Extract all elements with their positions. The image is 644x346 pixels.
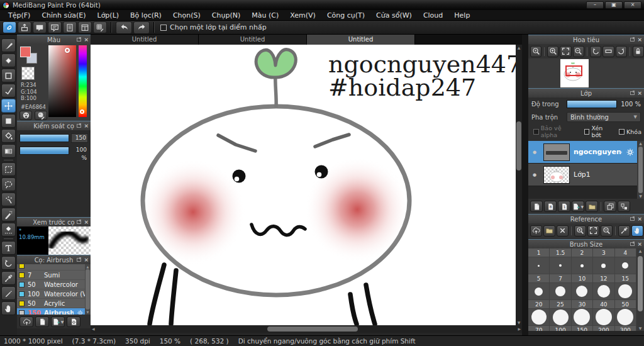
scroll-down-icon[interactable]: ▼ [637,194,644,198]
hue-marker-icon[interactable] [80,109,84,114]
layer-pick-checkbox[interactable] [160,25,167,31]
brush-item-watercolor[interactable]: 50Watercolor [17,280,85,289]
close-icon[interactable]: × [84,220,89,225]
undo-button[interactable] [116,21,132,34]
brush-item-acrylic[interactable]: 50Acrylic [17,299,85,308]
menu-item-tệp[interactable]: Tệp(F) [3,10,36,21]
scrollbar-thumb[interactable] [267,326,358,332]
eyedropper-tool[interactable] [1,271,16,285]
brush-size-label-40[interactable]: 40 [593,300,614,309]
brush-size-option-4[interactable] [615,257,636,274]
scroll-down-icon[interactable]: ▼ [516,320,522,325]
eyedropper-button[interactable] [618,225,630,237]
menu-item-xem[interactable]: Xem(V) [284,10,321,21]
brush-size-label-70[interactable]: 70 [528,326,550,331]
upload-image-button[interactable] [530,225,542,237]
close-icon[interactable]: × [637,216,642,222]
layer-settings-gear[interactable] [626,148,635,157]
select-pen-tool[interactable] [1,208,16,221]
canvas[interactable]: ngocnguyen447 #hoidap247 [91,45,516,325]
layer-visibility-toggle[interactable]: ● [530,150,540,155]
hand-tool[interactable] [1,301,16,315]
scroll-left-icon[interactable]: ◀ [92,326,95,331]
popout-icon[interactable] [77,124,81,128]
brush-size-label-1[interactable]: 1 [528,248,550,257]
close-icon[interactable]: × [84,257,89,263]
brush-size-option-1.5[interactable] [550,257,571,274]
brush-size-label-10[interactable]: 10 [572,274,593,283]
new-8bit-layer-button[interactable]: 8 [544,201,557,212]
brush-size-label-1.5[interactable]: 1.5 [550,248,571,257]
new-1bit-layer-button[interactable]: 1 [558,201,570,212]
menu-item-côngcụ[interactable]: Công cụ(T) [321,10,370,21]
brush-size-option-1[interactable] [528,257,550,274]
text-tool[interactable] [1,241,16,255]
brush-item-watercolor-v[interactable]: 100Watercolor (V [17,289,85,299]
rotate-left-button[interactable] [590,46,601,57]
medibang-home-button[interactable] [3,21,16,33]
import-brush-button[interactable]: ▼ [51,316,65,327]
brush-item-sumi[interactable]: 7Sumi [17,271,85,280]
scroll-up-icon[interactable]: ▲ [639,141,642,145]
navigator-header[interactable]: Hoa tiêu × [528,35,644,44]
brush-size-label-20[interactable]: 20 [528,300,550,309]
brush-size-label-300[interactable]: 300 [615,326,636,331]
layer-row-l-p1[interactable]: ●Lớp1 [528,164,637,186]
clear-image-button[interactable] [557,225,569,237]
add-layer-menu-button[interactable]: ▼ [572,201,584,212]
reset-rotation-button[interactable] [602,46,614,57]
scroll-down-icon[interactable]: ▼ [87,310,89,314]
brush-size-option-40[interactable] [593,309,614,326]
add-brush-button[interactable] [35,316,49,327]
comment-button[interactable] [33,21,47,33]
close-icon[interactable]: × [84,37,89,43]
brush-size-option-20[interactable] [528,309,550,326]
upload-brush-button[interactable] [19,316,33,327]
brush-settings-gear[interactable] [77,310,84,315]
scroll-up-icon[interactable]: ▲ [639,248,642,253]
new-folder-button[interactable] [586,201,598,212]
zoom-in-button[interactable] [547,46,558,57]
select-fill-tool[interactable] [1,114,16,128]
checkbox-kh-a[interactable]: Khóa [619,128,641,135]
merge-layer-button[interactable] [618,201,630,212]
popout-icon[interactable] [630,242,635,246]
close-icon[interactable]: × [84,123,89,129]
scrollbar-thumb[interactable] [638,147,643,193]
menu-item-help[interactable]: Help [448,10,475,21]
brush-list-scrollbar[interactable]: ▲▼ [85,264,91,315]
menu-item-chỉnhsửa[interactable]: Chỉnh sửa(E) [36,10,91,21]
sv-marker-icon[interactable] [65,48,70,53]
scrollbar-thumb[interactable] [638,256,643,311]
foreground-swatch[interactable] [20,47,31,57]
menu-item-chụp[interactable]: Chụp(N) [206,10,246,21]
layer-panel-header[interactable]: Lớp × [528,88,644,98]
checkbox-x-n-b-t[interactable]: Xén bớt [584,125,614,138]
brush-size-option-12[interactable] [593,283,614,300]
brush-size-option-5[interactable] [528,283,550,300]
brush-size-label-25[interactable]: 25 [550,300,571,309]
saturation-value-picker[interactable] [48,45,76,117]
brush-size-option-30[interactable] [572,309,593,326]
publish-button[interactable] [18,21,31,33]
brush-size-option-50[interactable] [615,309,636,326]
menu-item-cloud[interactable]: Cloud [418,10,448,21]
brush-item-airbrush[interactable]: 150Airbrush [17,308,85,315]
document-tab-2[interactable]: Untitled [307,35,415,45]
eraser-tool[interactable] [1,53,16,67]
document-tab-0[interactable]: Untitled [91,35,199,45]
brush-list-header[interactable]: Cọ: Airbrush × [17,255,91,264]
shape-tool[interactable] [1,69,16,82]
brush-size-label-200[interactable]: 200 [593,326,614,331]
reference-header[interactable]: Reference × [528,214,644,223]
brush-size-slider[interactable] [19,134,69,142]
material-grid-button[interactable] [93,21,107,33]
layer-visibility-toggle[interactable]: ● [530,172,540,177]
brush-size-label-150[interactable]: 150 [572,326,593,331]
move-tool[interactable] [1,99,16,113]
fit-screen-button[interactable] [560,46,571,57]
popout-icon[interactable] [77,258,81,262]
brush-size-label-2[interactable]: 2 [572,248,593,257]
scroll-up-icon[interactable]: ▲ [87,265,89,269]
snap-tool[interactable] [1,84,16,98]
